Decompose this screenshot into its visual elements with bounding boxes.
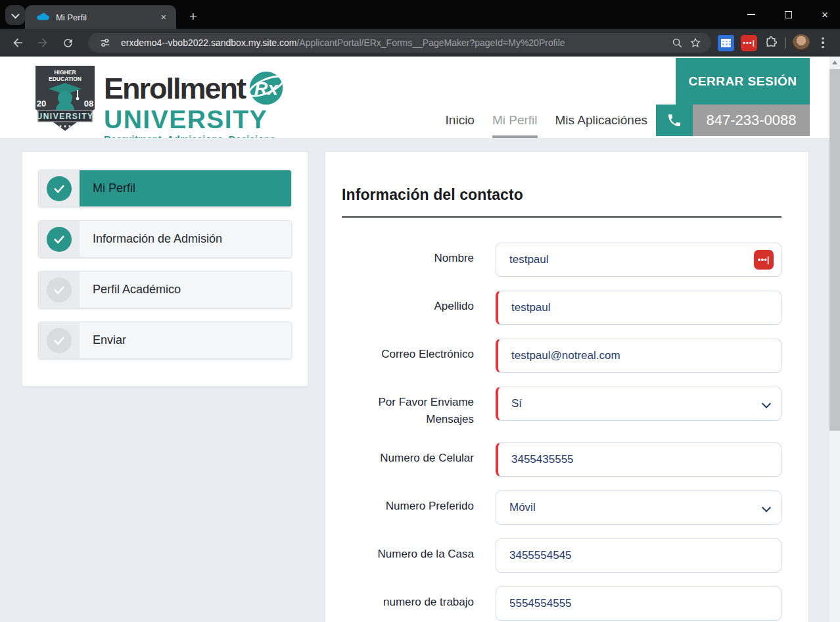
- logo-rx-badge: Rx: [248, 70, 285, 107]
- field-row-numero-trabajo: numero de trabajo: [342, 586, 782, 621]
- tab-close-icon[interactable]: ×: [158, 11, 170, 23]
- apellido-input[interactable]: [496, 291, 782, 325]
- field-row-celular: Numero de Celular: [342, 443, 782, 477]
- browser-titlebar: Mi Perfil × + ×: [0, 0, 840, 29]
- check-icon: [47, 277, 72, 302]
- field-control: [496, 339, 782, 373]
- extensions-area: •••|: [718, 34, 832, 51]
- field-control: [496, 586, 782, 621]
- lastpass-extension-icon[interactable]: •••|: [741, 35, 757, 51]
- field-label: Numero Preferido: [342, 490, 474, 525]
- step-perfil-academico[interactable]: Perfil Académico: [38, 271, 292, 308]
- tab-title: Mi Perfil: [56, 12, 158, 22]
- site-settings-icon[interactable]: [96, 34, 114, 52]
- phone-call-button[interactable]: [656, 105, 693, 136]
- phone-number[interactable]: 847-233-0088: [693, 105, 810, 136]
- steps-sidebar: Mi Perfil Información de Admisión Perfil…: [22, 151, 308, 387]
- field-row-numero-preferido: Numero Preferido Móvil: [342, 490, 782, 525]
- toolbar-separator: [785, 37, 786, 49]
- numero-preferido-select[interactable]: Móvil: [496, 490, 782, 525]
- celular-input[interactable]: [496, 443, 782, 477]
- field-control: [496, 538, 782, 573]
- page-viewport: HIGHER EDUCATION 20 08 UNIVERSITY ★ ★ ★ …: [0, 57, 840, 622]
- window-close-button[interactable]: ×: [816, 6, 833, 23]
- browser-tab[interactable]: Mi Perfil ×: [25, 5, 176, 29]
- svg-text:Rx: Rx: [254, 78, 279, 99]
- step-enviar[interactable]: Enviar: [38, 322, 292, 359]
- salesforce-cloud-favicon: [37, 12, 49, 22]
- numero-casa-input[interactable]: [496, 538, 782, 573]
- url-path: /ApplicantPortal/ERx_Forms__PageMaker?pa…: [296, 37, 565, 48]
- content-area: Mi Perfil Información de Admisión Perfil…: [0, 138, 829, 622]
- extensions-puzzle-icon[interactable]: [764, 36, 778, 50]
- nav-item-inicio[interactable]: Inicio: [446, 113, 475, 138]
- step-informacion-de-admision[interactable]: Información de Admisión: [38, 220, 292, 258]
- field-label: Numero de la Casa: [342, 538, 474, 573]
- field-row-apellido: Apellido: [342, 291, 782, 325]
- field-label: Nombre: [342, 243, 474, 277]
- svg-text:UNIVERSITY: UNIVERSITY: [36, 112, 93, 121]
- minimize-icon: [747, 14, 755, 15]
- svg-text:08: 08: [84, 99, 93, 108]
- svg-text:EDUCATION: EDUCATION: [49, 76, 82, 82]
- maximize-icon: [785, 11, 792, 18]
- scrollbar-up-button[interactable]: [829, 57, 840, 68]
- browser-menu-button[interactable]: [816, 37, 829, 48]
- address-bar[interactable]: erxdemo4--vbob2022.sandbox.my.site.com/A…: [88, 33, 711, 53]
- logo-line2: UNIVERSITY: [104, 107, 285, 133]
- forward-button[interactable]: [33, 33, 53, 53]
- check-icon: [47, 227, 72, 252]
- logout-button[interactable]: CERRAR SESIÓN: [676, 58, 810, 105]
- chevron-down-icon: [11, 10, 20, 18]
- field-control: Sí: [496, 387, 782, 421]
- nav-item-mi-perfil[interactable]: Mi Perfil: [492, 113, 538, 138]
- numero-trabajo-input[interactable]: [496, 586, 782, 621]
- browser-toolbar: erxdemo4--vbob2022.sandbox.my.site.com/A…: [0, 29, 840, 57]
- back-arrow-icon: [11, 36, 24, 49]
- field-label: Numero de Celular: [342, 443, 474, 477]
- field-label: Correo Electrónico: [342, 339, 474, 373]
- forward-arrow-icon: [36, 36, 49, 49]
- new-tab-button[interactable]: +: [184, 8, 202, 26]
- calendar-extension-icon[interactable]: [718, 35, 734, 51]
- window-maximize-button[interactable]: [780, 6, 797, 23]
- enviame-mensajes-select[interactable]: Sí: [496, 387, 782, 421]
- lastpass-fill-icon[interactable]: •••|: [754, 250, 774, 270]
- svg-text:HIGHER: HIGHER: [54, 69, 76, 76]
- correo-input[interactable]: [496, 339, 782, 373]
- field-row-nombre: Nombre •••|: [342, 243, 782, 277]
- field-row-enviame-mensajes: Por Favor Enviame Mensajes Sí: [342, 387, 782, 429]
- url-host: erxdemo4--vbob2022.sandbox.my.site.com: [121, 37, 296, 48]
- svg-text:20: 20: [37, 99, 46, 108]
- field-control: •••|: [496, 243, 782, 277]
- form-body: Nombre •••| Apellido Correo Electrónico: [342, 243, 782, 621]
- main-nav: Inicio Mi Perfil Mis Aplicaciónes: [446, 113, 647, 138]
- step-icon-cell: [39, 322, 80, 358]
- back-button[interactable]: [8, 33, 28, 53]
- svg-text:★ ★ ★ ★ ★: ★ ★ ★ ★ ★: [54, 124, 76, 128]
- phone-icon: [666, 112, 682, 128]
- title-divider: [342, 216, 782, 218]
- tab-search-button[interactable]: [5, 5, 25, 25]
- logo-line1: Enrollment: [104, 74, 245, 103]
- field-control: Móvil: [496, 490, 782, 525]
- field-label: numero de trabajo: [342, 586, 474, 621]
- scrollbar-thumb[interactable]: [829, 69, 840, 431]
- step-mi-perfil[interactable]: Mi Perfil: [38, 170, 292, 207]
- nombre-input[interactable]: [496, 243, 782, 277]
- phone-block: 847-233-0088: [656, 105, 810, 136]
- nav-item-mis-aplicaciones[interactable]: Mis Aplicaciónes: [555, 113, 647, 138]
- reload-icon: [62, 37, 74, 49]
- window-minimize-button[interactable]: [743, 6, 760, 23]
- field-row-numero-casa: Numero de la Casa: [342, 538, 782, 573]
- step-label: Información de Admisión: [80, 221, 291, 257]
- field-row-correo: Correo Electrónico: [342, 339, 782, 373]
- reload-button[interactable]: [58, 33, 78, 53]
- bookmark-star-icon[interactable]: [686, 34, 705, 52]
- page-scrollbar: [829, 57, 840, 622]
- profile-avatar[interactable]: [793, 34, 810, 51]
- enrollment-rx-logo: HIGHER EDUCATION 20 08 UNIVERSITY ★ ★ ★ …: [32, 63, 285, 145]
- site-header: HIGHER EDUCATION 20 08 UNIVERSITY ★ ★ ★ …: [0, 57, 829, 138]
- zoom-level-icon[interactable]: [668, 34, 686, 52]
- field-label: Por Favor Enviame Mensajes: [342, 387, 474, 429]
